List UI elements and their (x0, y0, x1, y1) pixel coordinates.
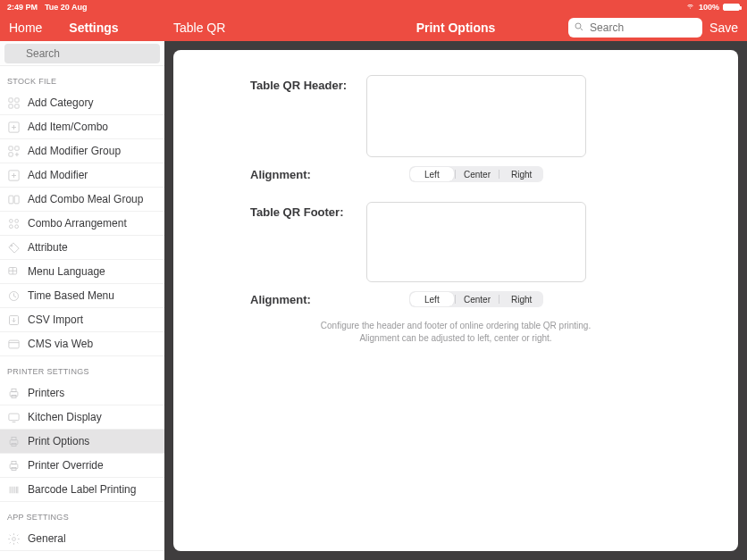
sidebar-item-csv-import[interactable]: CSV Import (0, 308, 164, 332)
alignment-header-center[interactable]: Center (456, 166, 499, 182)
barcode-icon (7, 483, 21, 497)
section-app-settings: APP SETTINGS (0, 502, 164, 527)
sidebar-item-time-based-menu[interactable]: Time Based Menu (0, 284, 164, 308)
combo-icon (7, 193, 21, 206)
right-pane: 100% Table QR Print Options Save Table Q… (164, 0, 747, 560)
plus-grid-icon (7, 145, 21, 158)
label-alignment-header: Alignment: (206, 168, 366, 181)
svg-rect-11 (9, 152, 13, 155)
sidebar-item-label: Combo Arrangement (28, 217, 127, 230)
alignment-header-left[interactable]: Left (410, 167, 454, 181)
sidebar-item-label: Attribute (28, 241, 68, 254)
svg-rect-35 (9, 414, 19, 421)
section-printer-settings: PRINTER SETTINGS (0, 356, 164, 381)
alignment-footer-left[interactable]: Left (410, 292, 454, 306)
alignment-footer-center[interactable]: Center (456, 291, 499, 307)
page-title: Print Options (416, 21, 496, 35)
svg-rect-41 (12, 461, 16, 464)
breadcrumb-table-qr[interactable]: Table QR (173, 21, 225, 35)
svg-point-21 (10, 224, 13, 228)
sidebar-item-label: Menu Language (28, 265, 105, 278)
sidebar-item-label: Add Item/Combo (28, 121, 108, 133)
input-qr-header[interactable] (366, 75, 586, 157)
sidebar-item-label: Time Based Menu (28, 289, 114, 302)
sidebar-item-add-category[interactable]: Add Category (0, 91, 164, 115)
segmented-alignment-header: Left Center Right (409, 166, 543, 182)
battery-icon (723, 4, 740, 11)
svg-point-19 (10, 219, 13, 222)
svg-rect-18 (14, 196, 19, 204)
grid-icon (7, 96, 21, 110)
tag-icon (7, 241, 21, 255)
wifi-icon (685, 2, 695, 12)
sidebar-item-label: Add Category (28, 96, 93, 109)
left-pane: 2:49 PM Tue 20 Aug Home Settings STOCK F… (0, 0, 164, 560)
svg-rect-40 (10, 464, 18, 468)
alignment-footer-right[interactable]: Right (499, 291, 543, 307)
save-button[interactable]: Save (709, 21, 738, 35)
content-backdrop: Table QR Header: Alignment: Left Center … (164, 41, 747, 560)
label-qr-header: Table QR Header: (206, 75, 366, 92)
status-bar-left: 2:49 PM Tue 20 Aug (0, 0, 164, 13)
web-icon (7, 338, 21, 351)
sidebar-item-kitchen-display[interactable]: Kitchen Display (0, 405, 164, 430)
svg-rect-2 (9, 97, 13, 101)
label-alignment-footer: Alignment: (206, 293, 366, 306)
sidebar-item-cms-via-web[interactable]: CMS via Web (0, 332, 164, 356)
sidebar-search-input[interactable] (4, 44, 160, 63)
sidebar-item-printer-override[interactable]: Printer Override (0, 454, 164, 478)
status-bar-right: 100% (164, 0, 747, 13)
alignment-header-right[interactable]: Right (499, 166, 543, 182)
input-qr-footer[interactable] (366, 202, 586, 282)
svg-point-50 (575, 23, 581, 29)
svg-rect-17 (9, 196, 13, 204)
svg-line-51 (581, 28, 583, 30)
svg-rect-10 (15, 146, 19, 149)
sidebar-list: STOCK FILE Add Category Add Item/Combo A… (0, 66, 164, 560)
import-icon (7, 313, 21, 327)
settings-title: Settings (69, 21, 118, 35)
gear-icon (7, 532, 21, 546)
override-icon (7, 459, 21, 472)
sidebar-item-menu-language[interactable]: Menu Language (0, 260, 164, 284)
svg-rect-32 (10, 391, 18, 396)
header-search-input[interactable] (568, 18, 702, 38)
help-text: Configure the header and footer of onlin… (206, 320, 706, 345)
sidebar-item-combo-arrangement[interactable]: Combo Arrangement (0, 212, 164, 236)
sidebar-item-general[interactable]: General (0, 527, 164, 551)
status-time: 2:49 PM (7, 3, 38, 12)
display-icon (7, 411, 21, 424)
search-icon (574, 21, 584, 35)
svg-rect-4 (9, 104, 13, 107)
plus-square-icon (7, 169, 21, 182)
sidebar-item-label: Add Modifier Group (28, 145, 121, 157)
arrangement-icon (7, 217, 21, 230)
sidebar-item-add-item-combo[interactable]: Add Item/Combo (0, 115, 164, 139)
left-header: Home Settings (0, 13, 164, 41)
section-stock-file: STOCK FILE (0, 66, 164, 91)
segmented-alignment-footer: Left Center Right (409, 291, 543, 307)
print-options-icon (7, 435, 21, 448)
sidebar-item-print-options[interactable]: Print Options (0, 430, 164, 454)
label-qr-footer: Table QR Footer: (206, 202, 366, 219)
sidebar-item-label: CMS via Web (28, 338, 93, 350)
plus-square-icon (7, 121, 21, 134)
sidebar-item-label: Printers (28, 387, 64, 399)
home-link[interactable]: Home (9, 21, 42, 35)
sidebar-item-add-modifier[interactable]: Add Modifier (0, 163, 164, 188)
svg-rect-38 (12, 437, 16, 439)
printer-icon (7, 387, 21, 400)
sidebar-item-barcode-label-printing[interactable]: Barcode Label Printing (0, 478, 164, 502)
sidebar-item-add-modifier-group[interactable]: Add Modifier Group (0, 139, 164, 163)
sidebar-item-printers[interactable]: Printers (0, 381, 164, 405)
sidebar-item-label: Add Combo Meal Group (28, 193, 143, 205)
sidebar-item-attribute[interactable]: Attribute (0, 236, 164, 260)
sidebar-item-add-combo-meal-group[interactable]: Add Combo Meal Group (0, 188, 164, 212)
svg-rect-37 (10, 439, 18, 444)
svg-point-23 (11, 245, 13, 247)
sidebar-item-label: CSV Import (28, 313, 83, 326)
sidebar-item-label: Kitchen Display (28, 411, 102, 423)
clock-icon (7, 289, 21, 303)
status-battery-text: 100% (699, 3, 719, 12)
svg-point-49 (13, 537, 16, 540)
